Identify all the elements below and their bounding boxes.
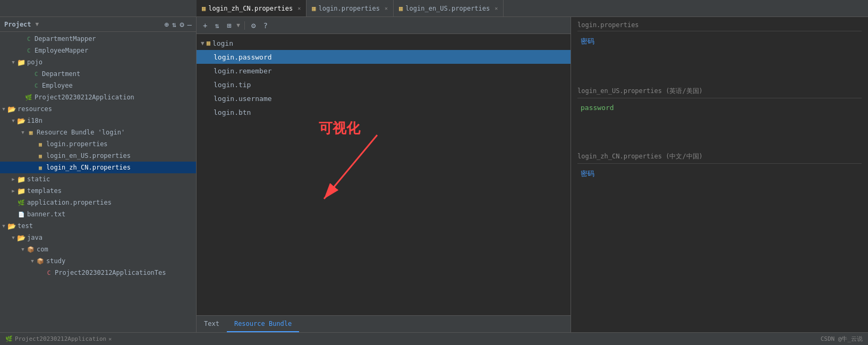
- tree-item-java[interactable]: ▼ 📂 java: [0, 232, 196, 243]
- annotation-arrow-svg: [282, 130, 398, 215]
- center-content: ▼ ▦ login login.password login.remember …: [197, 34, 571, 315]
- project-dropdown-icon[interactable]: ▼: [36, 21, 39, 28]
- icon-props-login: ▦: [36, 140, 45, 148]
- tree-item-applicationprops[interactable]: 🌿 application.properties: [0, 197, 196, 208]
- label-employee: Employee: [42, 82, 73, 89]
- label-loginzhcn: login_zh_CN.properties: [46, 164, 131, 171]
- arrow-templates: ▶: [10, 188, 17, 193]
- right-section-title-loginprops: login.properties: [577, 21, 862, 31]
- right-value-loginen[interactable]: password: [577, 102, 862, 114]
- tab-text-label: Text: [204, 320, 219, 327]
- folder-icon-static: 📁: [17, 175, 25, 183]
- sidebar-collapse-btn[interactable]: ⇅: [172, 21, 176, 28]
- tab-icon-zh-cn: ▦: [202, 5, 206, 12]
- right-edit-area-loginprops: [577, 48, 862, 80]
- tree-item-resources[interactable]: ▼ 📂 resources: [0, 103, 196, 115]
- label-projecttest: Project20230212ApplicationTes: [55, 269, 166, 276]
- tree-item-loginprops[interactable]: ▦ login.properties: [0, 138, 196, 150]
- label-loginenус: login_en_US.properties: [46, 152, 131, 159]
- prop-item-username[interactable]: login.username: [197, 91, 571, 105]
- tree-item-departmentmapper[interactable]: C DepartmentMapper: [0, 33, 196, 45]
- right-value-loginzh[interactable]: 密码: [577, 167, 862, 181]
- tree-item-static[interactable]: ▶ 📁 static: [0, 173, 196, 185]
- tab-label-props: login.properties: [318, 5, 380, 12]
- tree-item-study[interactable]: ▼ 📦 study: [0, 255, 196, 267]
- annotation-text-keishika: 可视化: [319, 119, 360, 138]
- tab-text[interactable]: Text: [197, 316, 227, 332]
- label-static: static: [27, 175, 50, 183]
- prop-item-remember[interactable]: login.remember: [197, 64, 571, 78]
- tree-item-projecttest[interactable]: C Project20230212ApplicationTes: [0, 267, 196, 279]
- status-close-badge[interactable]: ✕: [108, 336, 112, 342]
- tree-item-resourcebundle[interactable]: ▼ ▦ Resource Bundle 'login': [0, 127, 196, 138]
- tab-login-en-us[interactable]: ▦ login_en_US.properties ✕: [394, 0, 504, 16]
- tab-close-en-us[interactable]: ✕: [495, 5, 498, 11]
- tab-login-props[interactable]: ▦ login.properties ✕: [307, 0, 394, 16]
- label-applicationprops: application.properties: [27, 199, 112, 206]
- tree-item-pojo[interactable]: ▼ 📁 pojo: [0, 56, 196, 68]
- settings-btn[interactable]: ⚙: [249, 20, 258, 31]
- arrow-com: ▼: [19, 247, 27, 252]
- tree-item-com[interactable]: ▼ 📦 com: [0, 243, 196, 255]
- folder-icon-i18n: 📂: [17, 116, 25, 125]
- tree-item-bannertxt[interactable]: 📄 banner.txt: [0, 208, 196, 220]
- icon-props-login-en: ▦: [36, 152, 45, 160]
- tree-item-employeemapper[interactable]: C EmployeeMapper: [0, 45, 196, 56]
- label-resources: resources: [18, 105, 52, 113]
- icon-c-department: C: [32, 70, 40, 78]
- tab-close-zh-cn[interactable]: ✕: [297, 5, 301, 11]
- label-departmentmapper: DepartmentMapper: [35, 35, 96, 43]
- icon-c-employeemapper: C: [24, 46, 33, 55]
- icon-props-login-zh: ▦: [36, 163, 45, 172]
- label-resourcebundle: Resource Bundle 'login': [37, 129, 125, 136]
- tab-resource-bundle-label: Resource Bundle: [234, 320, 292, 327]
- prop-item-password[interactable]: login.password: [197, 50, 571, 64]
- add-prop-btn[interactable]: +: [201, 20, 209, 31]
- view-dropdown-btn[interactable]: ▼: [236, 22, 240, 29]
- sort-btn[interactable]: ⇅: [212, 20, 221, 31]
- arrow-test: ▼: [0, 223, 7, 229]
- label-study: study: [46, 257, 65, 265]
- sidebar-settings-btn[interactable]: ⚙: [180, 21, 184, 28]
- sidebar-minimize-btn[interactable]: —: [188, 21, 192, 28]
- tree-item-templates[interactable]: ▶ 📁 templates: [0, 185, 196, 197]
- tab-icon-props: ▦: [312, 5, 316, 12]
- prop-label-remember: login.remember: [214, 67, 272, 75]
- prop-group-login[interactable]: ▼ ▦ login: [197, 36, 571, 50]
- tree-item-loginzhcn[interactable]: ▦ login_zh_CN.properties: [0, 162, 196, 173]
- right-panel: login.properties 密码 login_en_US.properti…: [571, 17, 868, 332]
- status-icon: 🌿: [5, 335, 13, 342]
- prop-item-btn[interactable]: login.btn: [197, 105, 571, 119]
- arrow-resourcebundle: ▼: [19, 130, 27, 135]
- center-toolbar: + ⇅ ⊞ ▼ ⚙ ?: [197, 17, 571, 34]
- arrow-java: ▼: [10, 235, 17, 240]
- sidebar-actions: ⊕ ⇅ ⚙ —: [164, 21, 192, 28]
- tree-item-loginenус[interactable]: ▦ login_en_US.properties: [0, 150, 196, 162]
- tree-item-i18n[interactable]: ▼ 📂 i18n: [0, 115, 196, 127]
- prop-label-password: login.password: [214, 53, 272, 61]
- icon-c-departmentmapper: C: [24, 35, 33, 43]
- tree-item-employee[interactable]: C Employee: [0, 80, 196, 91]
- tree-item-department[interactable]: C Department: [0, 68, 196, 80]
- label-bannertxt: banner.txt: [27, 211, 65, 218]
- tab-resource-bundle[interactable]: Resource Bundle: [227, 316, 299, 332]
- tab-login-zh-cn[interactable]: ▦ login_zh_CN.properties ✕: [197, 0, 307, 16]
- right-edit-area-loginzh: [577, 181, 862, 213]
- tree-item-projectapp[interactable]: 🌿 Project20230212Application: [0, 91, 196, 103]
- folder-icon-pojo: 📁: [17, 58, 25, 66]
- tab-close-props[interactable]: ✕: [385, 5, 388, 11]
- prop-label-tip: login.tip: [214, 81, 251, 89]
- icon-txt-banner: 📄: [17, 210, 25, 218]
- tree-item-test[interactable]: ▼ 📂 test: [0, 220, 196, 232]
- view-btn[interactable]: ⊞: [225, 20, 233, 31]
- prop-item-tip[interactable]: login.tip: [197, 78, 571, 91]
- toolbar-divider: [244, 21, 245, 30]
- sidebar-add-btn[interactable]: ⊕: [164, 21, 168, 28]
- help-btn[interactable]: ?: [261, 20, 269, 31]
- tab-label-en-us: login_en_US.properties: [405, 5, 490, 12]
- label-com: com: [37, 246, 48, 253]
- arrow-static: ▶: [10, 176, 17, 182]
- prop-label-btn: login.btn: [214, 108, 251, 116]
- right-value-loginprops[interactable]: 密码: [577, 35, 862, 48]
- group-arrow-login: ▼: [201, 40, 205, 47]
